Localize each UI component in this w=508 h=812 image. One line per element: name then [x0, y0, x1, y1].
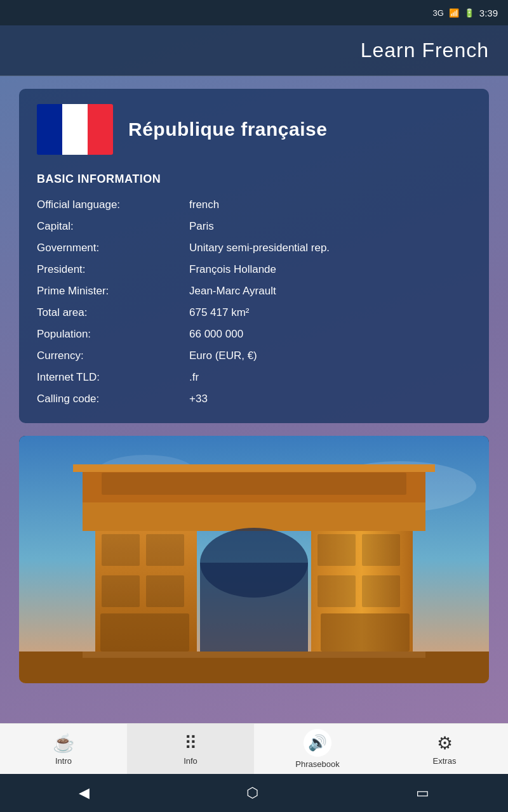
- info-label: Capital:: [37, 220, 189, 233]
- info-value: Paris: [189, 220, 471, 233]
- info-value: .fr: [189, 371, 471, 384]
- recents-button[interactable]: ▭: [416, 785, 429, 801]
- extras-icon: ⚙: [437, 733, 453, 754]
- info-value: Unitary semi-presidential rep.: [189, 242, 471, 254]
- info-value: Jean-Marc Ayrault: [189, 285, 471, 298]
- battery-icon: 🔋: [464, 8, 474, 18]
- svg-point-10: [200, 528, 308, 598]
- svg-rect-20: [321, 613, 410, 652]
- intro-label: Intro: [55, 756, 72, 766]
- info-value: french: [189, 199, 471, 211]
- svg-rect-19: [100, 613, 189, 652]
- home-button[interactable]: ⬡: [246, 785, 258, 801]
- info-card: République française BASIC INFORMATION O…: [19, 89, 489, 423]
- top-bar: Learn French: [0, 25, 508, 76]
- svg-rect-21: [102, 473, 406, 495]
- svg-rect-23: [70, 658, 438, 664]
- info-icon: ⠿: [184, 733, 197, 754]
- intro-icon: ☕: [53, 733, 75, 754]
- svg-rect-12: [146, 534, 184, 566]
- info-label: Info: [184, 756, 197, 766]
- country-header: République française: [37, 104, 471, 155]
- app-title: Learn French: [361, 39, 489, 62]
- flag-red-stripe: [88, 104, 113, 155]
- signal-icon: 3G: [432, 8, 443, 18]
- svg-rect-16: [362, 534, 400, 566]
- back-button[interactable]: ◀: [79, 785, 90, 801]
- country-name: République française: [128, 119, 327, 140]
- svg-rect-14: [146, 575, 184, 607]
- info-label: President:: [37, 263, 189, 276]
- info-label: Internet TLD:: [37, 371, 189, 384]
- info-table: Official language:frenchCapital:ParisGov…: [37, 199, 471, 405]
- bottom-nav: ☕ Intro ⠿ Info 🔊 Phrasebook ⚙ Extras: [0, 723, 508, 774]
- french-flag: [37, 104, 113, 155]
- info-label: Total area:: [37, 306, 189, 319]
- info-label: Currency:: [37, 350, 189, 362]
- clock: 3:39: [479, 8, 498, 18]
- main-content: République française BASIC INFORMATION O…: [0, 76, 508, 723]
- speaker-circle: 🔊: [304, 729, 331, 757]
- svg-rect-8: [73, 464, 435, 472]
- flag-white-stripe: [62, 104, 88, 155]
- info-value: 66 000 000: [189, 328, 471, 341]
- status-bar: 3G 📶 🔋 3:39: [0, 0, 508, 25]
- info-label: Official language:: [37, 199, 189, 211]
- info-value: Euro (EUR, €): [189, 350, 471, 362]
- flag-blue-stripe: [37, 104, 62, 155]
- svg-rect-11: [102, 534, 140, 566]
- phrasebook-icon: 🔊: [308, 734, 327, 752]
- basic-info-title: BASIC INFORMATION: [37, 173, 471, 186]
- nav-intro[interactable]: ☕ Intro: [0, 724, 127, 774]
- info-value: +33: [189, 393, 471, 405]
- info-label: Population:: [37, 328, 189, 341]
- info-label: Calling code:: [37, 393, 189, 405]
- info-label: Prime Minister:: [37, 285, 189, 298]
- nav-phrasebook[interactable]: 🔊 Phrasebook: [254, 724, 381, 774]
- svg-rect-6: [83, 499, 425, 531]
- svg-rect-18: [362, 575, 400, 607]
- signal-bars-icon: 📶: [449, 8, 459, 18]
- landmark-image: [19, 436, 489, 683]
- system-nav: ◀ ⬡ ▭: [0, 774, 508, 812]
- info-value: François Hollande: [189, 263, 471, 276]
- info-label: Government:: [37, 242, 189, 254]
- phrasebook-label: Phrasebook: [295, 759, 339, 769]
- nav-info[interactable]: ⠿ Info: [127, 724, 254, 774]
- svg-rect-13: [102, 575, 140, 607]
- info-value: 675 417 km²: [189, 306, 471, 319]
- svg-rect-17: [318, 575, 356, 607]
- extras-label: Extras: [433, 756, 457, 766]
- svg-rect-15: [318, 534, 356, 566]
- nav-extras[interactable]: ⚙ Extras: [381, 724, 508, 774]
